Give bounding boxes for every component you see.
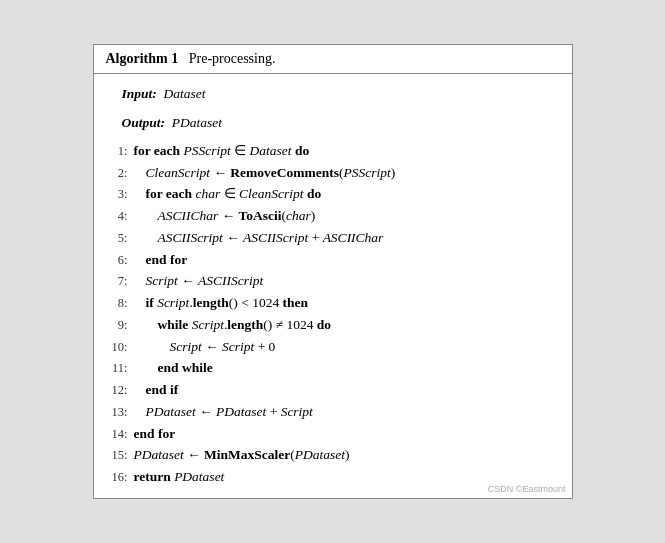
line-8: 8: if Script.length() < 1024 then	[106, 292, 560, 314]
line-content-12: end if	[134, 379, 560, 400]
arrow-4: ←	[222, 208, 239, 223]
line-num-14: 14:	[106, 425, 128, 445]
arg-pdataset-15: PDataset	[295, 447, 345, 462]
arrow-10: ←	[205, 339, 222, 354]
algorithm-lines: 1: for each PSScript ∈ Dataset do 2: Cle…	[106, 138, 560, 488]
line-num-3: 3:	[106, 185, 128, 205]
arrow-15: ←	[187, 447, 204, 462]
var-dataset-1: Dataset	[250, 143, 295, 158]
line-num-10: 10:	[106, 338, 128, 358]
line-num-6: 6:	[106, 251, 128, 271]
var-script-8: Script	[157, 295, 189, 310]
kw-then-8: then	[283, 295, 309, 310]
set-symbol-1: ∈	[234, 143, 246, 158]
line-9: 9: while Script.length() ≠ 1024 do	[106, 314, 560, 336]
output-value: PDataset	[172, 115, 222, 130]
line-13: 13: PDataset ← PDataset + Script	[106, 401, 560, 423]
input-section: Input: Dataset	[106, 80, 560, 109]
kw-do-9: do	[317, 317, 331, 332]
neq-9: ≠ 1024	[276, 317, 317, 332]
fn-toascii: ToAscii	[239, 208, 282, 223]
output-section: Output: PDataset	[106, 109, 560, 138]
line-num-4: 4:	[106, 207, 128, 227]
line-num-8: 8:	[106, 294, 128, 314]
arg-char: char	[286, 208, 311, 223]
paren-15b: )	[345, 447, 350, 462]
algorithm-title: Pre-processing.	[189, 51, 276, 66]
line-4: 4: ASCIIChar ← ToAscii(char)	[106, 205, 560, 227]
output-label: Output:	[122, 115, 166, 130]
kw-do-3: do	[307, 186, 321, 201]
var-script-7: Script	[146, 273, 178, 288]
kw-do-1: do	[295, 143, 309, 158]
line-num-11: 11:	[106, 359, 128, 379]
kw-return-16: return	[134, 469, 171, 484]
line-7: 7: Script ← ASCIIScript	[106, 270, 560, 292]
line-content-5: ASCIIScript ← ASCIIScript + ASCIIChar	[134, 227, 560, 248]
paren-2b: )	[391, 165, 396, 180]
plus-10: + 0	[258, 339, 276, 354]
line-content-7: Script ← ASCIIScript	[134, 270, 560, 291]
line-num-16: 16:	[106, 468, 128, 488]
var-pdataset-13a: PDataset	[146, 404, 196, 419]
paren-8: ()	[229, 295, 238, 310]
line-5: 5: ASCIIScript ← ASCIIScript + ASCIIChar	[106, 227, 560, 249]
line-content-11: end while	[134, 357, 560, 378]
kw-endfor-14: end for	[134, 426, 176, 441]
var-cleanscript: CleanScript	[146, 165, 211, 180]
var-asciichar-5: ASCIIChar	[323, 230, 384, 245]
line-content-15: PDataset ← MinMaxScaler(PDataset)	[134, 444, 560, 465]
line-content-14: end for	[134, 423, 560, 444]
arg-psscript-2: PSScript	[343, 165, 390, 180]
var-cleanscript-3: CleanScript	[239, 186, 307, 201]
var-script-10a: Script	[170, 339, 202, 354]
line-num-7: 7:	[106, 272, 128, 292]
line-content-8: if Script.length() < 1024 then	[134, 292, 560, 313]
paren-9: ()	[263, 317, 272, 332]
line-content-6: end for	[134, 249, 560, 270]
kw-endfor-6: end for	[146, 252, 188, 267]
var-asciiscript-5b: ASCIIScript	[243, 230, 308, 245]
fn-length-8: length	[193, 295, 229, 310]
line-content-13: PDataset ← PDataset + Script	[134, 401, 560, 422]
line-10: 10: Script ← Script + 0	[106, 336, 560, 358]
kw-endif-12: end if	[146, 382, 179, 397]
kw-endwhile-11: end while	[158, 360, 213, 375]
line-content-9: while Script.length() ≠ 1024 do	[134, 314, 560, 335]
var-pdataset-13b: PDataset	[216, 404, 266, 419]
var-script-9: Script	[192, 317, 224, 332]
var-char: char	[196, 186, 224, 201]
var-psscript-1: PSScript	[184, 143, 235, 158]
var-pdataset-15: PDataset	[134, 447, 184, 462]
line-content-1: for each PSScript ∈ Dataset do	[134, 140, 560, 161]
algorithm-body: Input: Dataset Output: PDataset 1: for e…	[94, 74, 572, 498]
line-1: 1: for each PSScript ∈ Dataset do	[106, 140, 560, 162]
var-script-10b: Script	[222, 339, 254, 354]
line-content-10: Script ← Script + 0	[134, 336, 560, 357]
line-14: 14: end for	[106, 423, 560, 445]
fn-length-9: length	[227, 317, 263, 332]
arrow-7: ←	[181, 273, 198, 288]
line-content-3: for each char ∈ CleanScript do	[134, 183, 560, 204]
arrow-5: ←	[226, 230, 243, 245]
fn-minmaxscaler: MinMaxScaler	[204, 447, 290, 462]
plus-5: +	[312, 230, 323, 245]
watermark: CSDN ©Eastmount	[488, 484, 566, 494]
fn-removecomments: RemoveComments	[230, 165, 339, 180]
line-num-5: 5:	[106, 229, 128, 249]
line-2: 2: CleanScript ← RemoveComments(PSScript…	[106, 162, 560, 184]
kw-for: for each	[134, 143, 181, 158]
var-pdataset-16: PDataset	[174, 469, 224, 484]
line-num-9: 9:	[106, 316, 128, 336]
var-script-13: Script	[281, 404, 313, 419]
line-6: 6: end for	[106, 249, 560, 271]
arrow-13: ←	[199, 404, 216, 419]
line-12: 12: end if	[106, 379, 560, 401]
kw-if-8: if	[146, 295, 154, 310]
line-num-1: 1:	[106, 142, 128, 162]
kw-while-9: while	[158, 317, 189, 332]
set-symbol-3: ∈	[224, 186, 236, 201]
input-value: Dataset	[164, 86, 206, 101]
line-15: 15: PDataset ← MinMaxScaler(PDataset)	[106, 444, 560, 466]
line-content-4: ASCIIChar ← ToAscii(char)	[134, 205, 560, 226]
